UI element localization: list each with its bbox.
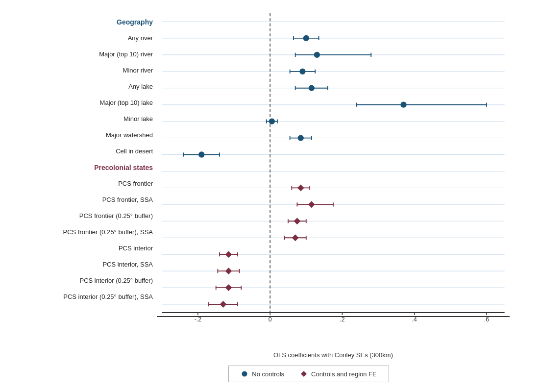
svg-text:.4: .4 xyxy=(412,317,417,323)
svg-point-94 xyxy=(242,371,247,377)
svg-marker-88 xyxy=(225,285,231,291)
y-label-2: Major (top 10) river xyxy=(29,46,157,62)
plot-area: -.20.2.4.6 xyxy=(157,10,510,317)
legend-label: Controls and region FE xyxy=(311,370,377,378)
y-label-15: PCS interior, SSA xyxy=(29,256,157,272)
plot-svg: -.20.2.4.6 xyxy=(157,10,510,316)
chart-container: GeographyAny riverMajor (top 10) riverMi… xyxy=(29,10,510,382)
svg-point-32 xyxy=(303,35,309,41)
y-label-3: Minor river xyxy=(29,62,157,78)
svg-point-48 xyxy=(401,102,406,107)
chart-area: GeographyAny riverMajor (top 10) riverMi… xyxy=(29,10,510,348)
y-label-11: PCS frontier, SSA xyxy=(29,192,157,208)
y-label-9: Precolonial states xyxy=(29,159,157,175)
y-label-14: PCS interior xyxy=(29,240,157,256)
y-label-1: Any river xyxy=(29,30,157,46)
y-labels: GeographyAny riverMajor (top 10) riverMi… xyxy=(29,10,157,348)
svg-text:.2: .2 xyxy=(340,317,344,323)
svg-marker-84 xyxy=(225,268,231,274)
x-axis-label: OLS coefficients with Conley SEs (300km) xyxy=(29,351,510,359)
svg-marker-76 xyxy=(293,235,298,241)
legend-item: No controls xyxy=(241,370,284,378)
svg-marker-72 xyxy=(294,218,300,224)
y-label-12: PCS frontier (0.25° buffer) xyxy=(29,208,157,224)
legend-item: Controls and region FE xyxy=(300,370,377,378)
legend: No controlsControls and region FE xyxy=(228,366,389,382)
y-label-8: Cell in desert xyxy=(29,143,157,159)
svg-point-52 xyxy=(269,119,274,124)
y-label-16: PCS interior (0.25° buffer) xyxy=(29,272,157,289)
svg-point-60 xyxy=(199,152,204,157)
svg-marker-80 xyxy=(225,251,231,257)
y-label-10: PCS frontier xyxy=(29,175,157,192)
y-label-0: Geography xyxy=(29,14,157,30)
legend-label: No controls xyxy=(252,370,284,378)
svg-point-56 xyxy=(298,135,303,141)
svg-marker-92 xyxy=(220,301,226,307)
svg-point-44 xyxy=(309,85,314,91)
y-label-13: PCS frontier (0.25° buffer), SSA xyxy=(29,224,157,240)
y-label-7: Major watershed xyxy=(29,127,157,143)
svg-text:-.2: -.2 xyxy=(195,317,202,323)
svg-marker-68 xyxy=(309,201,315,207)
svg-text:.6: .6 xyxy=(484,317,489,323)
svg-marker-95 xyxy=(301,371,307,377)
y-label-5: Major (top 10) lake xyxy=(29,95,157,111)
svg-marker-64 xyxy=(298,185,304,191)
y-label-17: PCS interior (0.25° buffer), SSA xyxy=(29,289,157,305)
svg-point-40 xyxy=(300,69,305,74)
svg-text:0: 0 xyxy=(269,317,272,323)
svg-point-36 xyxy=(314,52,319,57)
y-label-6: Minor lake xyxy=(29,111,157,127)
y-label-4: Any lake xyxy=(29,78,157,95)
